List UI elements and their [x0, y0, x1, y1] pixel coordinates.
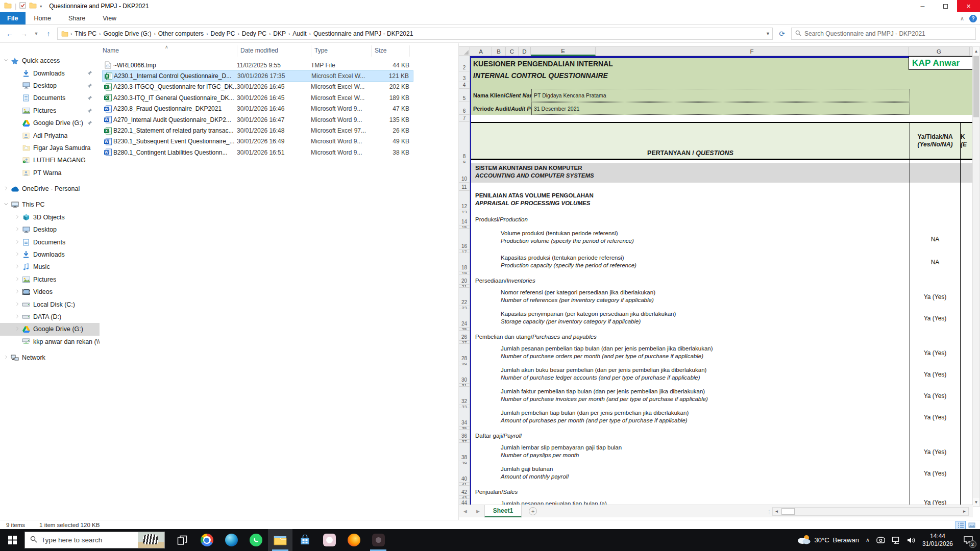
menu-tab-share[interactable]: Share: [60, 12, 94, 24]
sidebar-item-google-drive-g[interactable]: Google Drive (G:): [0, 323, 100, 335]
sidebar-item-quick-access[interactable]: Quick access: [0, 55, 100, 67]
customize-toolbar-caret-icon[interactable]: ▾: [40, 4, 42, 9]
file-row[interactable]: XA230.1_Internal Control Questionnaire_D…: [102, 70, 413, 81]
breadcrumb-item[interactable]: Google Drive (G:): [101, 30, 153, 37]
breadcrumb-item[interactable]: Questionnaire and PMPJ - DKP2021: [311, 30, 415, 37]
chevron-right-icon[interactable]: [13, 302, 21, 307]
clock[interactable]: 14:44 31/01/2026: [922, 533, 953, 548]
sidebar-item-network[interactable]: Network: [0, 352, 100, 364]
action-center-button[interactable]: 2: [960, 529, 977, 551]
column-header-date-modified[interactable]: Date modified: [237, 45, 311, 57]
menu-tab-file[interactable]: File: [0, 12, 26, 24]
sidebar-item-pt-warna[interactable]: PT Warna: [0, 167, 100, 179]
minimize-button[interactable]: ─: [911, 0, 934, 12]
file-row[interactable]: XB220.1_Statement of related party trans…: [102, 125, 413, 136]
pink-app-taskbar-icon[interactable]: [317, 529, 341, 551]
sidebar-item-figar-jaya-samudra[interactable]: Figar Jaya Samudra: [0, 142, 100, 154]
preview-vertical-scrollbar[interactable]: ▲ ▼: [972, 46, 980, 507]
edge-taskbar-icon[interactable]: [219, 529, 243, 551]
refresh-icon[interactable]: ⟳: [776, 28, 788, 39]
recent-locations-caret-icon[interactable]: ▼: [33, 28, 40, 39]
sheet-nav-left-icon[interactable]: ◄: [459, 508, 472, 514]
breadcrumb-item[interactable]: Other computers: [156, 30, 206, 37]
sidebar-item-videos[interactable]: Videos: [0, 286, 100, 298]
volume-icon[interactable]: [907, 537, 916, 544]
column-header-size[interactable]: Size: [372, 45, 410, 57]
whatsapp-taskbar-icon[interactable]: [243, 529, 268, 551]
sidebar-item-local-disk-c[interactable]: Local Disk (C:): [0, 298, 100, 310]
search-highlight-image[interactable]: [138, 532, 164, 548]
chevron-down-icon[interactable]: [2, 202, 10, 207]
sidebar-item-music[interactable]: Music: [0, 261, 100, 273]
task-view-taskbar-icon[interactable]: [170, 529, 194, 551]
thumbnail-view-button[interactable]: [967, 521, 977, 530]
sidebar-item-documents[interactable]: Documents: [0, 92, 100, 104]
breadcrumb-item[interactable]: This PC: [72, 30, 99, 37]
sheet-tab[interactable]: Sheet1: [484, 505, 522, 517]
menu-tab-home[interactable]: Home: [26, 12, 60, 24]
properties-check-icon[interactable]: [19, 2, 26, 10]
sidebar-item-this-pc[interactable]: This PC: [0, 198, 100, 211]
maximize-button[interactable]: [934, 0, 957, 12]
horizontal-scrollbar-thumb[interactable]: [781, 508, 795, 515]
details-view-button[interactable]: [955, 521, 966, 530]
chevron-right-icon[interactable]: [13, 215, 21, 220]
sidebar-item-adi-priyatna[interactable]: Adi Priyatna: [0, 129, 100, 141]
breadcrumb[interactable]: › This PC›Google Drive (G:)›Other comput…: [57, 28, 773, 40]
sheet-nav-right-icon[interactable]: ►: [472, 508, 484, 514]
file-row[interactable]: XA230.3-ITQ_IT General Questionnaire_DK.…: [102, 92, 413, 103]
file-row[interactable]: WB280.1_Contingent Liabilities Questionn…: [102, 147, 413, 158]
file-row[interactable]: WA230.8_Fraud Questionnaire_DKP202130/01…: [102, 104, 413, 114]
chevron-right-icon[interactable]: [13, 264, 21, 269]
chevron-right-icon[interactable]: [13, 314, 21, 319]
sidebar-item-desktop[interactable]: Desktop: [0, 223, 100, 236]
sidebar-item-kkp-anwar-dan-rekan-1[interactable]: kkp anwar dan rekan (\\1: [0, 336, 100, 348]
breadcrumb-item[interactable]: Audit: [290, 30, 308, 37]
new-folder-icon[interactable]: [29, 2, 37, 10]
collapse-ribbon-icon[interactable]: ∧: [960, 15, 964, 22]
firefox-taskbar-icon[interactable]: [341, 529, 366, 551]
sidebar-item-pictures[interactable]: Pictures: [0, 273, 100, 286]
breadcrumb-item[interactable]: DKP: [271, 30, 288, 37]
file-row[interactable]: WA270_Internal Audit Questionnaire_DKP2.…: [102, 114, 413, 125]
address-dropdown-icon[interactable]: ▼: [766, 31, 770, 36]
microsoft-store-taskbar-icon[interactable]: [292, 529, 317, 551]
sidebar-item-google-drive-g[interactable]: Google Drive (G:): [0, 117, 100, 129]
file-row[interactable]: XA230.3-ITGCQ_Questionnaire for ITGC_DK.…: [102, 82, 413, 92]
chevron-right-icon[interactable]: [13, 289, 21, 294]
sidebar-item-downloads[interactable]: Downloads: [0, 248, 100, 261]
scroll-down-icon[interactable]: ▼: [973, 498, 979, 506]
sidebar-item-data-d[interactable]: DATA (D:): [0, 311, 100, 323]
forward-button[interactable]: →: [18, 28, 30, 39]
chevron-right-icon[interactable]: [13, 252, 21, 257]
column-header-name[interactable]: Name: [100, 45, 237, 57]
scroll-left-icon[interactable]: ◄: [773, 509, 780, 514]
vertical-scrollbar-thumb[interactable]: [973, 56, 979, 117]
sidebar-item-desktop[interactable]: Desktop: [0, 80, 100, 92]
taskbar-search-input[interactable]: Type here to search: [24, 532, 165, 548]
chevron-right-icon[interactable]: [2, 186, 10, 191]
back-button[interactable]: ←: [4, 28, 15, 39]
help-icon[interactable]: ?: [969, 15, 977, 22]
scroll-up-icon[interactable]: ▲: [973, 47, 979, 55]
chevron-right-icon[interactable]: [2, 355, 10, 360]
network-tray-icon[interactable]: [892, 537, 900, 544]
close-button[interactable]: ✕: [957, 0, 980, 12]
chevron-down-icon[interactable]: [2, 58, 10, 63]
menu-tab-view[interactable]: View: [94, 12, 125, 24]
sidebar-item-onedrive-personal[interactable]: OneDrive - Personal: [0, 183, 100, 195]
add-sheet-icon[interactable]: +: [529, 507, 537, 515]
dark-app-taskbar-icon[interactable]: [366, 529, 390, 551]
start-button[interactable]: [0, 529, 24, 551]
weather-widget[interactable]: 30°C Berawan: [797, 534, 859, 546]
file-explorer-taskbar-icon[interactable]: [268, 529, 292, 551]
sidebar-item-pictures[interactable]: Pictures: [0, 105, 100, 117]
sidebar-item-downloads[interactable]: Downloads: [0, 67, 100, 79]
tray-expand-icon[interactable]: ∧: [866, 537, 870, 543]
meet-now-icon[interactable]: [876, 537, 885, 543]
search-input[interactable]: Search Questionnaire and PMPJ - DKP2021: [791, 28, 976, 40]
file-row[interactable]: WB230.1_Subsequent Event Questionnaire_.…: [102, 136, 413, 147]
sidebar-item-documents[interactable]: Documents: [0, 236, 100, 248]
sidebar-item-3d-objects[interactable]: 3D Objects: [0, 211, 100, 223]
chevron-right-icon[interactable]: [13, 327, 21, 332]
